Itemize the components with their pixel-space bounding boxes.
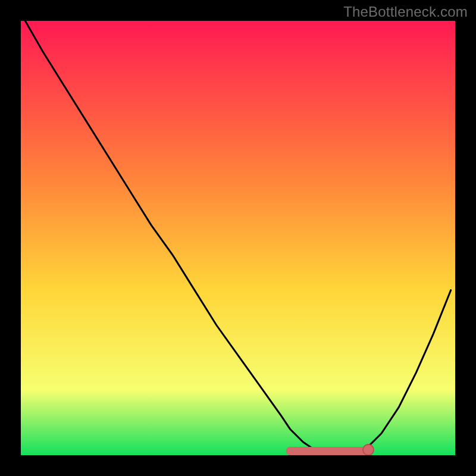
plot-area [21, 21, 455, 455]
chart-svg [21, 21, 455, 455]
chart-frame: TheBottleneck.com [0, 0, 476, 476]
marker-dot [363, 444, 374, 455]
gradient-background [21, 21, 455, 455]
watermark-text: TheBottleneck.com [343, 4, 468, 20]
